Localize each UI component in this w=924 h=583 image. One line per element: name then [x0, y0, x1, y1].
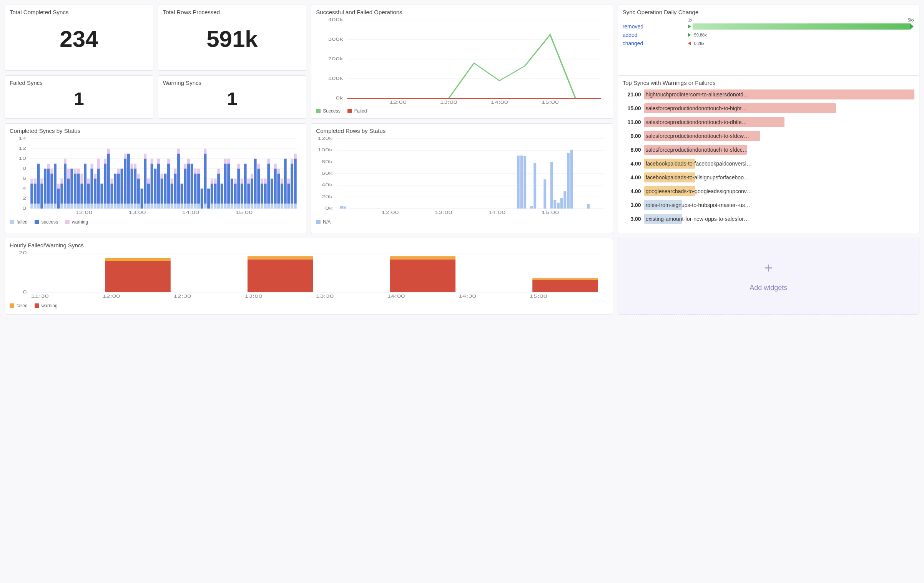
svg-text:15:00: 15:00 [542, 210, 559, 215]
svg-rect-101 [114, 204, 116, 209]
svg-rect-220 [264, 184, 267, 204]
top-sync-row[interactable]: 11.00salesforceproductiondonottouch-to-d… [623, 116, 914, 128]
widget-warning-syncs[interactable]: Warning Syncs 1 [158, 75, 307, 119]
legend-item[interactable]: Success [316, 108, 340, 114]
svg-rect-296 [248, 256, 313, 259]
svg-text:40k: 40k [322, 183, 333, 187]
svg-rect-189 [227, 204, 230, 209]
svg-rect-100 [111, 179, 113, 184]
svg-rect-96 [107, 154, 110, 204]
widget-hourly-failed-warning-syncs[interactable]: Hourly Failed/Warning Syncs 02011:3012:0… [5, 238, 613, 315]
widget-failed-syncs[interactable]: Failed Syncs 1 [5, 75, 153, 119]
top-sync-row[interactable]: 4.00googlesearchads-to-googleadssignupco… [623, 185, 914, 197]
svg-rect-238 [287, 204, 290, 209]
svg-text:13:00: 13:00 [435, 210, 452, 215]
svg-rect-186 [224, 204, 227, 209]
svg-rect-227 [274, 204, 277, 209]
change-label: removed [623, 23, 688, 30]
svg-rect-93 [104, 164, 106, 204]
svg-rect-142 [167, 204, 170, 209]
svg-rect-48 [47, 164, 50, 169]
svg-rect-169 [197, 169, 200, 174]
top-sync-value: 8.00 [623, 147, 641, 153]
svg-rect-147 [171, 179, 173, 184]
legend-item[interactable]: Failed [347, 108, 367, 114]
legend-item[interactable]: warning [65, 219, 88, 225]
legend-label: failed [17, 303, 28, 308]
widget-total-completed-syncs[interactable]: Total Completed Syncs 234 [5, 5, 153, 71]
svg-rect-168 [197, 174, 200, 204]
svg-text:0: 0 [22, 206, 26, 210]
top-sync-row[interactable]: 8.00salesforceproductiondonottouch-to-sf… [623, 144, 914, 156]
svg-text:14: 14 [18, 136, 26, 141]
svg-text:10: 10 [18, 156, 26, 161]
svg-rect-192 [231, 204, 233, 209]
svg-text:20: 20 [19, 251, 27, 255]
svg-rect-36 [30, 179, 33, 184]
top-sync-row[interactable]: 3.00existing-amount-for-new-opps-to-sale… [623, 213, 914, 225]
svg-rect-235 [281, 179, 283, 184]
svg-rect-106 [121, 204, 123, 209]
plus-icon: + [764, 260, 773, 276]
down-arrow-icon [688, 41, 691, 45]
svg-rect-271 [534, 163, 537, 209]
svg-rect-73 [80, 204, 83, 209]
top-sync-label: salesforceproductiondonottouch-to-sfdcw… [644, 133, 749, 139]
svg-rect-50 [50, 174, 53, 204]
widget-completed-syncs-by-status[interactable]: Completed Syncs by Status 0246810121412:… [5, 123, 306, 233]
widget-total-rows-processed[interactable]: Total Rows Processed 591k [158, 5, 307, 71]
svg-rect-80 [87, 179, 90, 184]
svg-rect-241 [291, 204, 293, 209]
legend-item[interactable]: N/A [316, 219, 331, 225]
svg-rect-152 [177, 154, 180, 204]
change-row[interactable]: added59.88x [623, 31, 914, 39]
svg-rect-91 [100, 184, 103, 204]
svg-rect-267 [517, 156, 520, 209]
top-sync-label: facebookpaidads-to-allsignupsforfaceboo… [644, 174, 749, 181]
top-sync-row[interactable]: 3.00roles-from-signups-to-hubspot-master… [623, 199, 914, 211]
svg-rect-297 [390, 259, 455, 292]
legend-swatch [65, 220, 70, 224]
top-sync-row[interactable]: 21.00hightouchprodintercom-to-allusersdo… [623, 88, 914, 101]
top-syncs-list: 21.00hightouchprodintercom-to-allusersdo… [623, 88, 914, 225]
svg-rect-65 [70, 204, 73, 209]
svg-rect-89 [97, 159, 100, 169]
legend-item[interactable]: failed [10, 219, 28, 225]
svg-rect-77 [84, 164, 86, 204]
svg-rect-204 [244, 164, 247, 204]
widget-successful-failed-operations[interactable]: Successful and Failed Operations 0k100k2… [311, 5, 613, 119]
svg-rect-154 [181, 204, 183, 209]
widget-completed-rows-by-status[interactable]: Completed Rows by Status 0k20k40k60k80k1… [311, 123, 613, 233]
svg-rect-185 [221, 184, 223, 204]
change-row[interactable]: changed0.28x [623, 39, 914, 48]
widget-title: Failed Syncs [10, 80, 148, 86]
top-sync-row[interactable]: 4.00facebookpaidads-to-allsignupsforface… [623, 171, 914, 184]
svg-rect-299 [532, 280, 598, 292]
add-widgets-button[interactable]: + Add widgets [618, 238, 919, 315]
svg-text:14:00: 14:00 [182, 210, 199, 215]
svg-rect-165 [194, 174, 196, 204]
svg-rect-206 [247, 184, 250, 204]
top-sync-row[interactable]: 9.00salesforceproductiondonottouch-to-sf… [623, 130, 914, 142]
legend-item[interactable]: warning [35, 303, 58, 308]
svg-text:0: 0 [23, 290, 27, 294]
svg-rect-225 [271, 204, 273, 209]
top-sync-row[interactable]: 4.00facebookpaidads-to-facebookpaidconve… [623, 157, 914, 170]
add-widgets-label: Add widgets [750, 284, 787, 292]
svg-rect-107 [121, 169, 123, 204]
svg-text:8: 8 [22, 166, 26, 171]
svg-rect-166 [194, 169, 196, 174]
svg-text:0k: 0k [336, 96, 344, 100]
widget-top-syncs-warnings-failures[interactable]: Top Syncs with Warnings or Failures 21.0… [618, 75, 919, 233]
change-row[interactable]: removed [623, 22, 914, 31]
top-sync-label: roles-from-signups-to-hubspot-master--us… [644, 202, 750, 208]
legend-item[interactable]: failed [10, 303, 28, 308]
svg-rect-138 [161, 179, 163, 204]
chart-legend: N/A [316, 219, 608, 225]
legend-item[interactable]: success [35, 219, 58, 225]
svg-rect-150 [174, 169, 176, 174]
svg-text:4: 4 [22, 186, 26, 190]
top-sync-row[interactable]: 15.00salesforceproductiondonottouch-to-h… [623, 102, 914, 114]
svg-rect-49 [50, 204, 53, 209]
svg-rect-269 [524, 156, 527, 209]
